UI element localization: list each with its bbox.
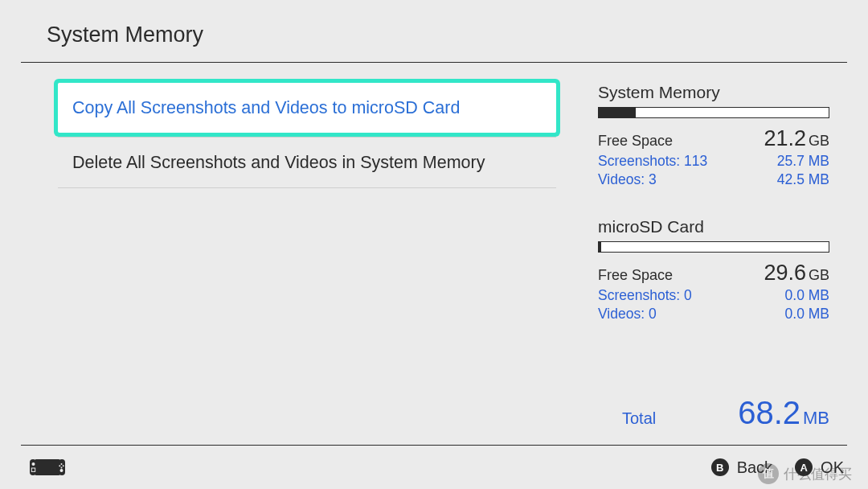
system-memory-usage-fill — [599, 108, 636, 117]
svg-rect-0 — [35, 459, 60, 475]
total-value: 68.2MB — [738, 395, 829, 431]
content: Copy All Screenshots and Videos to micro… — [0, 63, 868, 431]
page-title: System Memory — [47, 23, 868, 47]
system-memory-block: System Memory Free Space 21.2GB Screensh… — [598, 83, 829, 188]
hint-back: B Back — [711, 458, 772, 477]
videos-row[interactable]: Videos: 0 0.0 MB — [598, 306, 829, 323]
total-row: Total 68.2MB — [598, 395, 829, 431]
svg-rect-1 — [30, 459, 36, 475]
svg-point-4 — [60, 469, 63, 472]
hint-ok-label: OK — [821, 458, 844, 477]
storage-title: microSD Card — [598, 217, 829, 236]
free-space-value: 29.6GB — [764, 261, 829, 286]
free-space-label: Free Space — [598, 267, 673, 284]
free-space-row: Free Space 29.6GB — [598, 261, 829, 286]
b-button-icon: B — [711, 458, 729, 476]
free-space-label: Free Space — [598, 133, 673, 150]
screenshots-row[interactable]: Screenshots: 113 25.7 MB — [598, 153, 829, 170]
menu-item-copy-to-sd[interactable]: Copy All Screenshots and Videos to micro… — [58, 83, 556, 133]
videos-label: Videos: 3 — [598, 171, 657, 188]
svg-point-9 — [61, 466, 63, 468]
a-button-icon: A — [795, 458, 813, 476]
hint-back-label: Back — [737, 458, 772, 477]
storage-panel: System Memory Free Space 21.2GB Screensh… — [556, 83, 844, 431]
total-label: Total — [622, 409, 656, 428]
screenshots-size: 25.7 MB — [777, 153, 829, 170]
menu-list: Copy All Screenshots and Videos to micro… — [58, 83, 556, 431]
videos-size: 0.0 MB — [785, 306, 829, 323]
screenshots-label: Screenshots: 113 — [598, 153, 707, 170]
microsd-usage-fill — [599, 242, 601, 252]
svg-point-6 — [61, 463, 63, 465]
menu-item-label: Copy All Screenshots and Videos to micro… — [72, 98, 460, 118]
menu-item-label: Delete All Screenshots and Videos in Sys… — [72, 153, 485, 173]
videos-label: Videos: 0 — [598, 306, 657, 323]
videos-size: 42.5 MB — [777, 171, 829, 188]
screenshots-label: Screenshots: 0 — [598, 287, 692, 304]
storage-title: System Memory — [598, 83, 829, 102]
footer: B Back A OK — [0, 446, 868, 489]
svg-point-7 — [59, 465, 60, 466]
system-memory-usage-bar — [598, 107, 829, 118]
hint-ok: A OK — [795, 458, 844, 477]
screenshots-size: 0.0 MB — [785, 287, 829, 304]
videos-row[interactable]: Videos: 3 42.5 MB — [598, 171, 829, 188]
controller-icon — [29, 458, 66, 476]
svg-point-8 — [63, 465, 64, 466]
microsd-block: microSD Card Free Space 29.6GB Screensho… — [598, 217, 829, 323]
menu-item-delete-all[interactable]: Delete All Screenshots and Videos in Sys… — [58, 138, 556, 187]
free-space-row: Free Space 21.2GB — [598, 126, 829, 151]
svg-point-3 — [32, 462, 35, 466]
menu-separator — [58, 187, 556, 188]
screenshots-row[interactable]: Screenshots: 0 0.0 MB — [598, 287, 829, 304]
microsd-usage-bar — [598, 241, 829, 253]
header: System Memory — [0, 0, 868, 62]
free-space-value: 21.2GB — [764, 126, 829, 151]
